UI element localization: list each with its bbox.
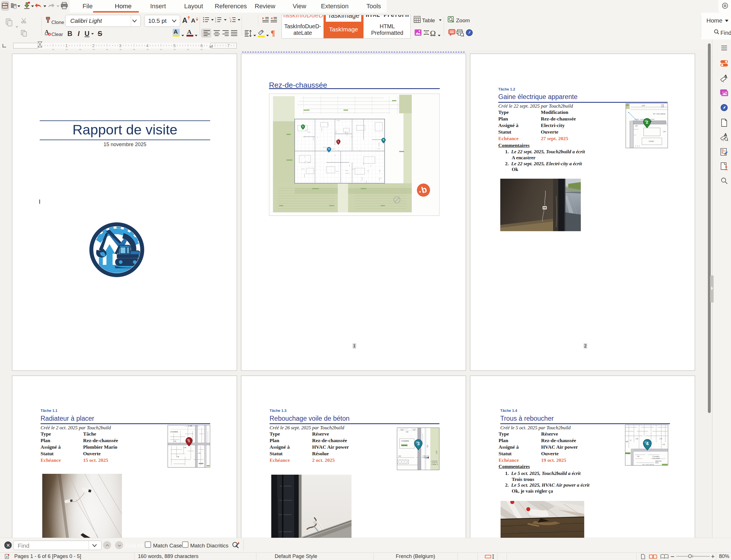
svg-text:3: 3 — [417, 441, 420, 446]
svg-text:N.P. = 0.00 (+065.50): N.P. = 0.00 (+065.50) — [653, 113, 665, 115]
svg-text:26.50: 26.50 — [436, 451, 437, 454]
svg-text:3: 3 — [328, 148, 330, 150]
svg-text:BORDURE: BORDURE — [432, 460, 438, 462]
svg-text:7.46: 7.46 — [637, 456, 639, 457]
svg-text:alignement: alignement — [655, 460, 662, 462]
svg-text:2.45: 2.45 — [174, 441, 176, 442]
svg-text:6: 6 — [200, 43, 203, 48]
svg-text:2.41: 2.41 — [660, 438, 662, 440]
svg-text:4.35: 4.35 — [427, 445, 428, 448]
svg-text:LIVING: LIVING — [649, 140, 654, 142]
svg-text:A: A — [174, 29, 178, 35]
svg-text:3: 3 — [215, 21, 216, 23]
svg-text:N.P. = 0.00 (+065.50): N.P. = 0.00 (+065.50) — [643, 464, 654, 465]
svg-text:7: 7 — [227, 43, 229, 48]
svg-text:17: 17 — [630, 440, 632, 441]
svg-text:2.41: 2.41 — [662, 444, 665, 445]
svg-text:1.37: 1.37 — [413, 429, 416, 431]
svg-text:1.75: 1.75 — [198, 453, 200, 454]
svg-text:3.08: 3.08 — [176, 456, 179, 458]
svg-text:1: 1 — [65, 43, 68, 48]
svg-text:A: A — [187, 29, 192, 35]
svg-text:2.58: 2.58 — [635, 125, 638, 127]
svg-text:a.: a. — [230, 19, 232, 21]
svg-text:1.62: 1.62 — [636, 438, 638, 440]
svg-text:17.0 x 28.15: 17.0 x 28.15 — [653, 458, 660, 459]
svg-text:2: 2 — [646, 120, 648, 124]
svg-text:ch. 385: ch. 385 — [188, 425, 192, 427]
svg-text:2.35: 2.35 — [661, 106, 664, 108]
svg-text:3.90: 3.90 — [398, 456, 401, 457]
svg-text:2: 2 — [302, 125, 304, 128]
svg-text:3: 3 — [119, 43, 121, 48]
svg-text:3.08: 3.08 — [642, 105, 645, 106]
svg-text:1: 1 — [188, 439, 190, 443]
svg-text:2.28: 2.28 — [663, 131, 666, 132]
svg-text:DE BETON: DE BETON — [432, 462, 438, 464]
svg-text:1: 1 — [338, 140, 339, 143]
svg-text:DOE 005: DOE 005 — [402, 445, 407, 446]
svg-text:4: 4 — [146, 43, 148, 48]
svg-text:2: 2 — [92, 43, 94, 48]
svg-text:1.92: 1.92 — [406, 431, 408, 433]
svg-text:2X: 2X — [626, 104, 629, 106]
svg-text:FORMAT 25: FORMAT 25 — [432, 464, 438, 465]
svg-text:beton: beton — [655, 462, 659, 464]
svg-text:1.78(m) 2%: 1.78(m) 2% — [422, 456, 429, 457]
svg-text:0.2: 0.2 — [626, 441, 628, 442]
svg-text:17 escaliers: 17 escaliers — [653, 456, 660, 457]
svg-text:2.46: 2.46 — [184, 447, 186, 448]
svg-text:07 001: 07 001 — [626, 453, 630, 454]
svg-text:CHAMBRE: CHAMBRE — [170, 431, 178, 433]
svg-text:4: 4 — [646, 441, 649, 446]
svg-text:2.15: 2.15 — [401, 429, 403, 431]
svg-text:5: 5 — [173, 43, 176, 48]
svg-text:CHAMBRE: CHAMBRE — [401, 440, 409, 442]
svg-text:4: 4 — [383, 138, 385, 141]
